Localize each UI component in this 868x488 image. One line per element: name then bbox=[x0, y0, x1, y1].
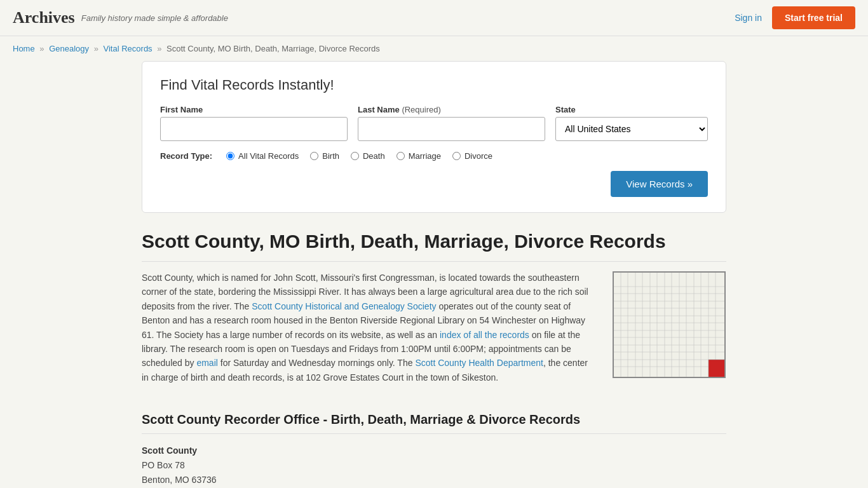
breadcrumb-genealogy[interactable]: Genealogy bbox=[49, 44, 89, 53]
radio-all-vital-label: All Vital Records bbox=[238, 151, 299, 161]
office-address: PO Box 78 Benton, MO 63736 bbox=[142, 458, 726, 487]
header-left: Archives Family history made simple & af… bbox=[13, 8, 228, 27]
article-text-1d: for Saturday and Wednesday mornings only… bbox=[218, 358, 416, 368]
office-address-line2: Benton, MO 63736 bbox=[142, 473, 726, 487]
radio-divorce-input[interactable] bbox=[452, 152, 461, 160]
health-dept-link[interactable]: Scott County Health Department bbox=[415, 358, 543, 368]
article-map bbox=[612, 271, 726, 392]
page-title: Scott County, MO Birth, Death, Marriage,… bbox=[142, 231, 726, 262]
header-right: Sign in Start free trial bbox=[735, 6, 855, 29]
radio-birth-label: Birth bbox=[322, 151, 339, 161]
start-trial-button[interactable]: Start free trial bbox=[772, 6, 855, 29]
radio-birth[interactable]: Birth bbox=[310, 151, 339, 161]
breadcrumb: Home » Genealogy » Vital Records » Scott… bbox=[0, 36, 868, 61]
first-name-input[interactable] bbox=[160, 117, 348, 141]
article-section: Scott County, which is named for John Sc… bbox=[142, 271, 726, 392]
breadcrumb-vital-records[interactable]: Vital Records bbox=[104, 44, 153, 53]
breadcrumb-sep-3: » bbox=[157, 44, 161, 53]
radio-all-vital-input[interactable] bbox=[226, 152, 234, 160]
site-logo: Archives bbox=[13, 8, 75, 27]
breadcrumb-home[interactable]: Home bbox=[13, 44, 35, 53]
office-address-line1: PO Box 78 bbox=[142, 458, 726, 472]
search-form-box: Find Vital Records Instantly! First Name… bbox=[142, 61, 726, 213]
form-title: Find Vital Records Instantly! bbox=[160, 77, 708, 93]
radio-marriage-label: Marriage bbox=[409, 151, 441, 161]
site-tagline: Family history made simple & affordable bbox=[81, 13, 228, 23]
radio-marriage[interactable]: Marriage bbox=[397, 151, 441, 161]
record-type-label: Record Type: bbox=[160, 151, 212, 161]
record-type-row: Record Type: All Vital Records Birth Dea… bbox=[160, 151, 708, 161]
last-name-label: Last Name (Required) bbox=[358, 105, 545, 114]
radio-divorce[interactable]: Divorce bbox=[452, 151, 492, 161]
main-content: Find Vital Records Instantly! First Name… bbox=[129, 61, 739, 488]
article-paragraph-1: Scott County, which is named for John Sc… bbox=[142, 271, 597, 384]
office-name: Scott County bbox=[142, 445, 726, 456]
svg-rect-0 bbox=[613, 272, 725, 377]
form-bottom-row: View Records » bbox=[160, 171, 708, 197]
radio-divorce-label: Divorce bbox=[465, 151, 492, 161]
radio-birth-input[interactable] bbox=[310, 152, 318, 160]
breadcrumb-sep-2: » bbox=[94, 44, 98, 53]
radio-all-vital[interactable]: All Vital Records bbox=[226, 151, 299, 161]
recorder-section: Scott County Recorder Office - Birth, De… bbox=[142, 412, 726, 487]
recorder-section-heading: Scott County Recorder Office - Birth, De… bbox=[142, 412, 726, 434]
missouri-map-svg bbox=[612, 271, 726, 379]
view-records-button[interactable]: View Records » bbox=[611, 171, 708, 197]
first-name-group: First Name bbox=[160, 105, 348, 141]
last-name-group: Last Name (Required) bbox=[358, 105, 545, 141]
required-note: (Required) bbox=[402, 105, 440, 114]
state-group: State All United States Alabama Alaska A… bbox=[555, 105, 708, 141]
breadcrumb-current: Scott County, MO Birth, Death, Marriage,… bbox=[166, 44, 380, 53]
last-name-input[interactable] bbox=[358, 117, 545, 141]
form-fields-row: First Name Last Name (Required) State Al… bbox=[160, 105, 708, 141]
radio-marriage-input[interactable] bbox=[397, 152, 405, 160]
society-link[interactable]: Scott County Historical and Genealogy So… bbox=[252, 301, 436, 311]
radio-death-input[interactable] bbox=[351, 152, 359, 160]
first-name-label: First Name bbox=[160, 105, 348, 114]
state-label: State bbox=[555, 105, 708, 114]
breadcrumb-sep-1: » bbox=[39, 44, 44, 53]
site-header: Archives Family history made simple & af… bbox=[0, 0, 868, 36]
article-text: Scott County, which is named for John Sc… bbox=[142, 271, 597, 392]
email-link[interactable]: email bbox=[196, 358, 217, 368]
index-link[interactable]: index of all the records bbox=[440, 330, 529, 340]
svg-rect-27 bbox=[709, 360, 725, 377]
radio-death[interactable]: Death bbox=[351, 151, 385, 161]
state-select[interactable]: All United States Alabama Alaska Arizona… bbox=[555, 117, 708, 141]
sign-in-link[interactable]: Sign in bbox=[735, 13, 762, 23]
radio-death-label: Death bbox=[363, 151, 385, 161]
